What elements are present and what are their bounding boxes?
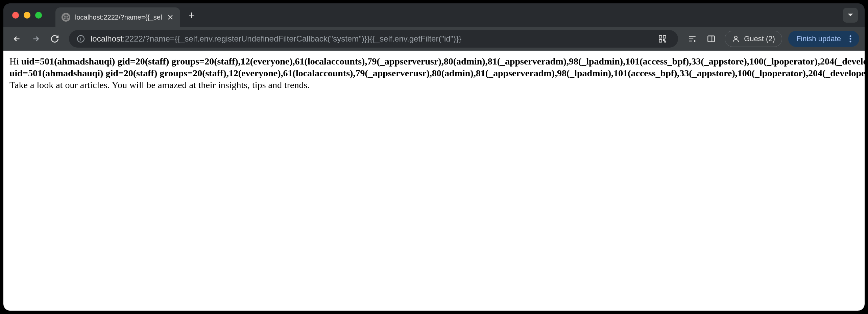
close-tab-button[interactable] <box>167 14 174 21</box>
title-bar: localhost:2222/?name={{_sel <box>3 3 865 27</box>
svg-point-14 <box>850 41 851 43</box>
person-icon <box>732 35 740 43</box>
svg-point-13 <box>850 38 851 40</box>
profile-label: Guest (2) <box>744 34 775 43</box>
media-control-icon[interactable] <box>684 31 700 47</box>
kebab-menu-icon[interactable] <box>844 35 857 43</box>
back-button[interactable] <box>9 31 25 47</box>
id-output-line2: uid=501(ahmadshauqi) gid=20(staff) group… <box>9 68 865 78</box>
page-content: Hi uid=501(ahmadshauqi) gid=20(staff) gr… <box>3 51 865 311</box>
svg-rect-4 <box>659 35 662 38</box>
globe-icon <box>62 13 70 22</box>
url-host: localhost <box>91 34 123 43</box>
forward-button[interactable] <box>28 31 44 47</box>
svg-point-3 <box>80 37 81 37</box>
tabs-dropdown-button[interactable] <box>843 8 858 23</box>
update-label: Finish update <box>796 34 841 43</box>
url-text: localhost:2222/?name={{_self.env.registe… <box>91 34 649 44</box>
window-minimize-button[interactable] <box>24 12 30 19</box>
url-path: :2222/?name={{_self.env.registerUndefine… <box>123 34 461 43</box>
new-tab-button[interactable] <box>185 8 198 22</box>
id-output-line1: uid=501(ahmadshauqi) gid=20(staff) group… <box>21 56 865 67</box>
svg-rect-5 <box>663 35 666 38</box>
finish-update-button[interactable]: Finish update <box>788 31 859 47</box>
tagline-text: Take a look at our articles. You will be… <box>9 79 859 91</box>
qr-code-icon[interactable] <box>654 31 671 47</box>
reload-button[interactable] <box>47 31 63 47</box>
side-panel-icon[interactable] <box>703 31 719 47</box>
svg-point-12 <box>850 35 851 37</box>
tab-title: localhost:2222/?name={{_sel <box>75 14 162 21</box>
address-bar[interactable]: localhost:2222/?name={{_self.env.registe… <box>69 30 678 48</box>
window-maximize-button[interactable] <box>35 12 42 19</box>
toolbar: localhost:2222/?name={{_self.env.registe… <box>3 27 865 51</box>
window-close-button[interactable] <box>12 12 19 19</box>
svg-rect-6 <box>659 40 662 42</box>
site-info-icon[interactable] <box>76 34 85 43</box>
svg-rect-8 <box>665 41 666 42</box>
svg-rect-7 <box>663 40 664 41</box>
traffic-lights <box>12 12 42 19</box>
greeting-text: Hi <box>9 56 21 67</box>
profile-button[interactable]: Guest (2) <box>725 31 782 47</box>
tab-strip: localhost:2222/?name={{_sel <box>55 3 198 27</box>
browser-window: localhost:2222/?name={{_sel <box>3 3 865 311</box>
svg-point-11 <box>734 36 737 39</box>
svg-rect-9 <box>708 36 715 42</box>
browser-tab[interactable]: localhost:2222/?name={{_sel <box>55 7 180 27</box>
